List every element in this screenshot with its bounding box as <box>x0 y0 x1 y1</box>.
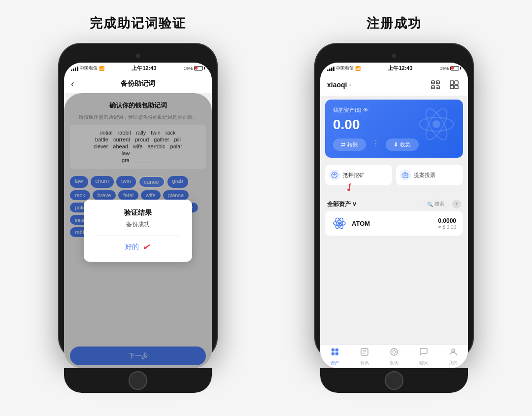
svg-rect-4 <box>437 82 438 83</box>
svg-point-22 <box>338 222 341 225</box>
time-left: 上午12:43 <box>132 65 156 72</box>
nav-label-news: 资讯 <box>360 360 369 366</box>
user-header: xiaoqi › <box>320 74 468 96</box>
layout-icon <box>449 80 459 90</box>
discover-nav-icon <box>390 347 399 359</box>
pledge-label: 抵押挖矿 <box>343 172 365 179</box>
asset-card: 我的资产($) 👁 0.00 ⇄ <box>325 100 463 158</box>
search-pill[interactable]: 🔍 搜索 <box>422 199 449 209</box>
atom-label: ATOM <box>352 220 433 227</box>
profile-nav-icon <box>449 347 458 359</box>
svg-rect-29 <box>335 352 338 355</box>
right-phone-screen: 中国电信 📶 上午12:43 19% <box>320 63 468 368</box>
left-phone: 中国电信 📶 上午12:43 19% <box>59 44 217 359</box>
right-section: 注册成功 中国电信 📶 <box>286 15 502 359</box>
battery-pct-left: 19% <box>184 66 193 71</box>
modal-title: 验证结果 <box>96 208 180 217</box>
modal-divider <box>96 236 180 236</box>
modal-subtitle: 备份成功 <box>96 220 180 229</box>
svg-rect-13 <box>450 85 454 89</box>
atom-logo <box>332 216 347 231</box>
svg-rect-19 <box>403 173 408 177</box>
svg-rect-14 <box>455 85 458 89</box>
wifi-icon-left: 📶 <box>99 66 104 71</box>
header-icons <box>429 78 461 92</box>
assets-nav-icon <box>331 347 339 359</box>
username-text: xiaoqi <box>327 81 347 89</box>
receive-icon: ⬇ <box>394 141 398 148</box>
asset-list-chevron[interactable]: ∨ <box>352 201 357 208</box>
asset-list-header: 全部资产 ∨ 🔍 搜索 + <box>320 195 468 211</box>
scan-button[interactable] <box>429 78 442 92</box>
nav-item-chat[interactable]: 聊天 <box>409 347 438 366</box>
atom-amount-usd: ≈ $ 0.00 <box>438 224 456 230</box>
nav-bar-left: ‹ 备份助记词 <box>64 74 212 93</box>
page-container: 完成助记词验证 中国电信 📶 <box>30 15 502 359</box>
verification-modal: 验证结果 备份成功 好的 ✓ <box>84 200 192 262</box>
nav-item-news[interactable]: 资讯 <box>350 347 379 366</box>
svg-rect-28 <box>332 352 334 355</box>
asset-row-atom[interactable]: ATOM 0.0000 ≈ $ 0.00 <box>325 211 463 236</box>
home-button-left[interactable] <box>129 371 147 390</box>
battery-right <box>450 66 461 70</box>
atom-amount: 0.0000 ≈ $ 0.00 <box>438 217 456 230</box>
svg-point-15 <box>432 120 440 128</box>
nav-title-left: 备份助记词 <box>121 79 155 88</box>
left-title: 完成助记词验证 <box>90 15 186 32</box>
func-row: 抵押挖矿 ✓ 提案投票 <box>325 165 463 185</box>
scan-icon <box>431 80 440 90</box>
phone-camera-right <box>392 54 396 58</box>
modal-overlay: 验证结果 备份成功 好的 ✓ <box>64 93 212 368</box>
actions-separator: ⋮ <box>370 139 382 151</box>
time-right: 上午12:43 <box>388 65 412 72</box>
svg-rect-26 <box>332 348 334 351</box>
username-display[interactable]: xiaoqi › <box>327 81 351 89</box>
signal-bars-right <box>327 66 334 71</box>
left-section: 完成助记词验证 中国电信 📶 <box>30 15 246 359</box>
bottom-nav: 资产 资讯 <box>320 344 468 368</box>
nav-label-chat: 聊天 <box>419 360 428 366</box>
checkmark-arrow-left: ✓ <box>141 240 153 254</box>
phone-camera-left <box>136 54 140 58</box>
nav-item-profile[interactable]: 我的 <box>438 347 468 366</box>
nav-item-discover[interactable]: 发现 <box>379 347 409 366</box>
vote-button[interactable]: 提案投票 <box>396 165 463 185</box>
news-nav-icon <box>360 347 369 359</box>
carrier-right: 中国电信 <box>336 65 354 71</box>
transfer-button[interactable]: ⇄ 转账 <box>333 139 366 151</box>
left-phone-screen: 中国电信 📶 上午12:43 19% <box>64 63 212 368</box>
wifi-icon-right: 📶 <box>355 66 361 71</box>
asset-list-title: 全部资产 ∨ <box>327 200 357 208</box>
atom-watermark <box>417 104 456 150</box>
phone-bottom-left <box>64 368 212 393</box>
svg-rect-27 <box>335 348 338 351</box>
vote-label: 提案投票 <box>414 172 435 179</box>
svg-rect-3 <box>432 82 433 83</box>
nav-label-assets: 资产 <box>331 360 339 366</box>
modal-ok-button[interactable]: 好的 <box>125 243 139 251</box>
nav-label-profile: 我的 <box>449 360 458 366</box>
battery-left <box>194 66 205 70</box>
receive-button[interactable]: ⬇ 收款 <box>386 139 419 151</box>
layout-button[interactable] <box>447 78 461 92</box>
carrier-left: 中国电信 <box>80 65 98 71</box>
status-bar-right: 中国电信 📶 上午12:43 19% <box>320 63 468 74</box>
back-button-left[interactable]: ‹ <box>71 78 74 89</box>
svg-point-35 <box>393 350 396 353</box>
chat-nav-icon <box>419 347 428 359</box>
battery-pct-right: 19% <box>440 66 449 71</box>
svg-rect-11 <box>450 81 454 84</box>
svg-point-40 <box>452 349 455 352</box>
signal-bars-left <box>71 66 78 71</box>
add-asset-button[interactable]: + <box>452 200 461 208</box>
chevron-icon: › <box>349 81 351 88</box>
home-button-right[interactable] <box>385 371 403 390</box>
svg-rect-12 <box>455 81 458 84</box>
pledge-mining-button[interactable]: 抵押挖矿 <box>325 165 392 185</box>
nav-item-assets[interactable]: 资产 <box>320 347 350 366</box>
atom-amount-value: 0.0000 <box>438 217 456 224</box>
pledge-icon <box>329 170 340 180</box>
status-bar-left: 中国电信 📶 上午12:43 19% <box>64 63 212 74</box>
phone-bottom-right <box>320 368 468 393</box>
nav-label-discover: 发现 <box>390 360 399 366</box>
